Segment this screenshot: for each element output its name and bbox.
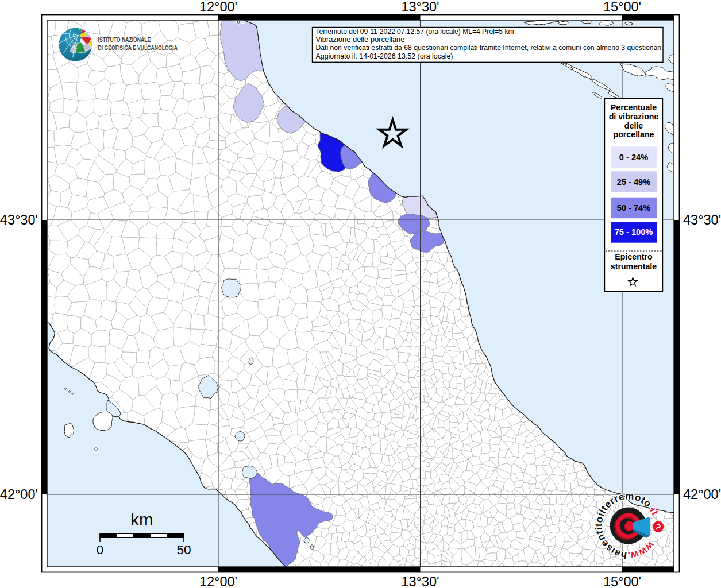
svg-text:50 - 74%: 50 - 74% xyxy=(617,203,650,212)
svg-text:75 - 100%: 75 - 100% xyxy=(615,227,653,237)
svg-text:km: km xyxy=(130,510,153,529)
svg-text:0: 0 xyxy=(97,543,104,557)
svg-text:43°30': 43°30' xyxy=(683,212,721,227)
svg-text:12°00': 12°00' xyxy=(199,574,237,588)
svg-text:42°00': 42°00' xyxy=(0,487,38,502)
svg-text:strumentale: strumentale xyxy=(611,262,657,271)
svg-text:12°00': 12°00' xyxy=(199,0,237,14)
svg-text:15°00': 15°00' xyxy=(603,0,641,14)
svg-text:43°30': 43°30' xyxy=(0,212,38,227)
svg-text:50: 50 xyxy=(176,543,191,557)
svg-text:Aggiornato il: 14-01-2026 13:5: Aggiornato il: 14-01-2026 13:52 (ora loc… xyxy=(316,52,453,60)
svg-text:25 - 49%: 25 - 49% xyxy=(617,177,650,187)
svg-text:Terremoto del 09-11-2022 07:12: Terremoto del 09-11-2022 07:12:57 (ora l… xyxy=(316,27,514,36)
svg-text:Dati non verificati estratti d: Dati non verificati estratti da 68 quest… xyxy=(316,43,664,52)
svg-text:DI GEOFISICA E VULCANOLOGIA: DI GEOFISICA E VULCANOLOGIA xyxy=(98,44,178,52)
svg-text:delle: delle xyxy=(624,121,643,130)
svg-text:ISTITUTO NAZIONALE: ISTITUTO NAZIONALE xyxy=(98,36,151,44)
svg-text:0 - 24%: 0 - 24% xyxy=(619,153,648,162)
svg-text:di vibrazione: di vibrazione xyxy=(609,112,659,121)
svg-text:13°30': 13°30' xyxy=(401,0,439,14)
svg-text:porcellane: porcellane xyxy=(614,130,654,139)
svg-text:Percentuale: Percentuale xyxy=(611,103,657,112)
svg-text:13°30': 13°30' xyxy=(401,574,439,588)
svg-text:Vibrazione delle porcellane: Vibrazione delle porcellane xyxy=(316,35,405,44)
svg-text:Epicentro: Epicentro xyxy=(615,252,653,261)
svg-text:15°00': 15°00' xyxy=(603,574,641,588)
svg-text:42°00': 42°00' xyxy=(683,487,721,502)
